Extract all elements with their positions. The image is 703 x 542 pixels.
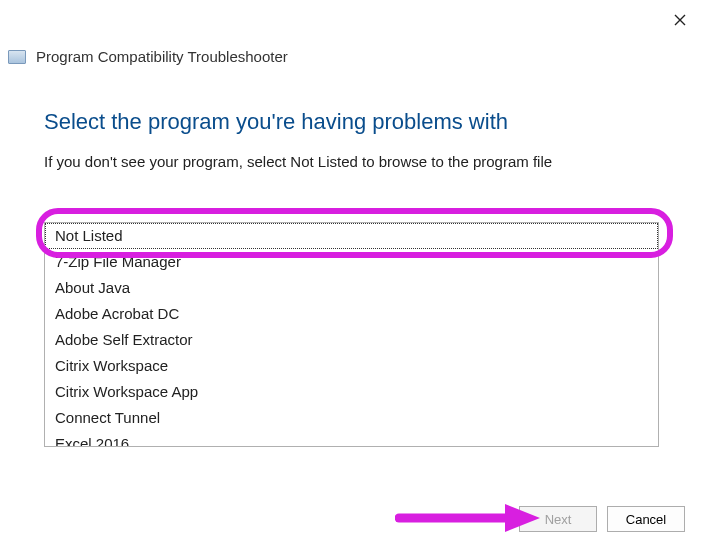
troubleshooter-icon <box>8 50 26 64</box>
instruction-text: If you don't see your program, select No… <box>44 153 659 170</box>
list-item[interactable]: Citrix Workspace App <box>45 379 658 405</box>
listbox-wrapper: Not Listed7-Zip File ManagerAbout JavaAd… <box>44 222 659 447</box>
list-item[interactable]: Connect Tunnel <box>45 405 658 431</box>
program-listbox[interactable]: Not Listed7-Zip File ManagerAbout JavaAd… <box>44 222 659 447</box>
page-heading: Select the program you're having problem… <box>44 109 659 135</box>
header-row: Program Compatibility Troubleshooter <box>0 40 703 69</box>
list-item[interactable]: Citrix Workspace <box>45 353 658 379</box>
titlebar <box>0 0 703 40</box>
list-item[interactable]: 7-Zip File Manager <box>45 249 658 275</box>
list-item[interactable]: About Java <box>45 275 658 301</box>
close-icon[interactable] <box>671 11 689 29</box>
list-item[interactable]: Adobe Acrobat DC <box>45 301 658 327</box>
list-item[interactable]: Excel 2016 <box>45 431 658 447</box>
footer-buttons: Next Cancel <box>519 506 685 532</box>
window-title: Program Compatibility Troubleshooter <box>36 48 288 65</box>
list-item[interactable]: Not Listed <box>45 223 658 249</box>
list-item[interactable]: Adobe Self Extractor <box>45 327 658 353</box>
content-area: Select the program you're having problem… <box>0 69 703 447</box>
cancel-button[interactable]: Cancel <box>607 506 685 532</box>
next-button[interactable]: Next <box>519 506 597 532</box>
